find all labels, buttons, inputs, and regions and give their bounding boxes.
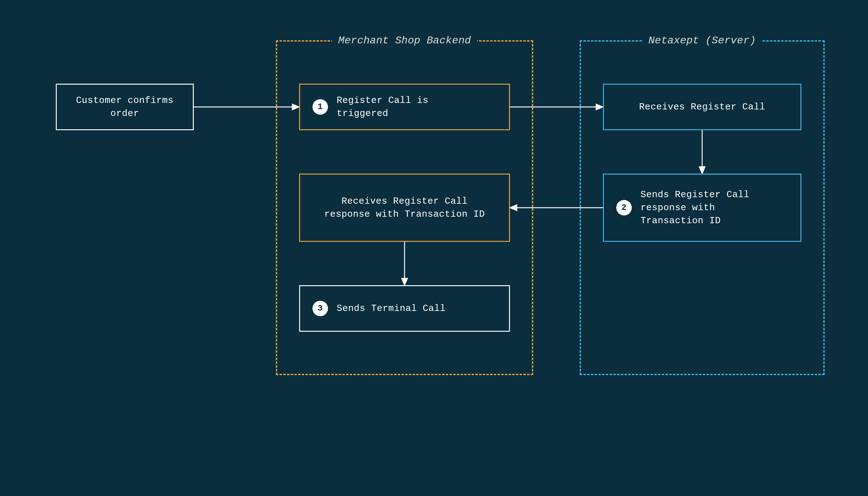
svg-marker-1 (292, 104, 299, 110)
svg-marker-5 (699, 167, 705, 174)
svg-marker-7 (510, 205, 517, 211)
flow-diagram: Merchant Shop Backend Netaxept (Server) … (0, 0, 868, 496)
receives-register-response-text: Receives Register Call response with Tra… (300, 195, 509, 221)
netaxept-container-label: Netaxept (Server) (642, 35, 762, 46)
sends-terminal-box: 3 Sends Terminal Call (299, 285, 510, 332)
register-call-box: 1 Register Call is triggered (299, 84, 510, 130)
arrow-customer-to-register (194, 102, 299, 112)
receives-register-response-box: Receives Register Call response with Tra… (299, 174, 510, 242)
svg-marker-9 (402, 278, 407, 285)
svg-marker-3 (596, 104, 603, 110)
badge-1: 1 (312, 99, 328, 115)
sends-terminal-text: Sends Terminal Call (337, 302, 446, 315)
sends-register-response-box: 2 Sends Register Call response with Tran… (603, 174, 801, 242)
receives-register-text: Receives Register Call (604, 100, 801, 113)
sends-register-response-text: Sends Register Call response with Transa… (640, 188, 764, 227)
badge-2: 2 (616, 200, 632, 215)
merchant-container-label: Merchant Shop Backend (332, 35, 477, 46)
arrow-receives-to-sends-response (698, 130, 707, 174)
arrow-register-to-receives (510, 102, 603, 112)
badge-3: 3 (312, 301, 328, 316)
customer-box: Customer confirms order (56, 84, 194, 130)
register-call-text: Register Call is triggered (337, 94, 430, 120)
arrow-sends-response-to-receives-response (510, 203, 603, 212)
arrow-receives-response-to-terminal (400, 242, 409, 285)
receives-register-box: Receives Register Call (603, 84, 801, 130)
customer-text: Customer confirms order (57, 94, 193, 120)
